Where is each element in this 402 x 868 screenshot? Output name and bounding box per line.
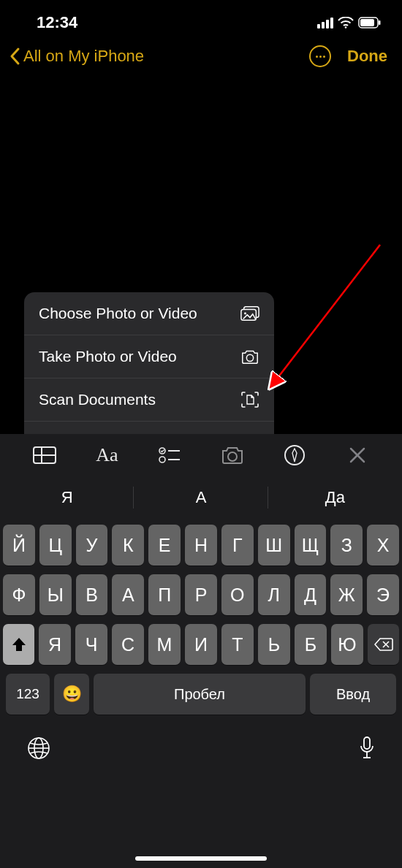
svg-point-16 <box>159 457 165 462</box>
key[interactable]: Л <box>258 574 290 615</box>
key[interactable]: У <box>76 525 108 566</box>
dictation-key[interactable] <box>358 736 376 764</box>
key[interactable]: Й <box>3 525 35 566</box>
chevron-left-icon <box>9 47 22 66</box>
ellipsis-icon <box>316 56 318 58</box>
key[interactable]: Щ <box>295 525 327 566</box>
camera-icon <box>221 446 244 465</box>
keyboard: Я А Да Й Ц У К Е Н Г Ш Щ З Х Ф Ы В А П Р… <box>0 476 402 868</box>
key[interactable]: Ы <box>39 574 72 615</box>
key[interactable]: Ц <box>39 525 72 566</box>
svg-rect-28 <box>364 737 370 749</box>
key[interactable]: Ж <box>330 574 363 615</box>
svg-line-11 <box>270 245 380 387</box>
menu-item-label: Take Photo or Video <box>39 348 177 365</box>
close-toolbar[interactable] <box>343 441 372 470</box>
suggestion[interactable]: Я <box>0 476 134 519</box>
menu-item-take-photo[interactable]: Take Photo or Video <box>24 335 274 378</box>
checklist-icon <box>159 446 181 464</box>
svg-rect-3 <box>379 20 381 25</box>
globe-icon <box>26 736 51 761</box>
key[interactable]: Э <box>367 574 399 615</box>
key-row-1: Й Ц У К Е Н Г Ш Щ З Х <box>3 525 399 566</box>
key[interactable]: И <box>185 624 217 665</box>
key[interactable]: Ь <box>258 624 290 665</box>
key[interactable]: С <box>112 624 144 665</box>
key[interactable]: П <box>148 574 181 615</box>
menu-item-label: Scan Documents <box>39 391 156 408</box>
more-button[interactable] <box>309 45 331 67</box>
key[interactable]: Ч <box>75 624 107 665</box>
keyboard-footer <box>0 715 402 776</box>
backspace-key[interactable] <box>368 624 399 665</box>
key[interactable]: З <box>330 525 363 566</box>
menu-item-scan-documents[interactable]: Scan Documents <box>24 378 274 422</box>
numbers-key[interactable]: 123 <box>6 674 50 715</box>
microphone-icon <box>358 736 376 761</box>
checklist-tool[interactable] <box>155 441 184 470</box>
key[interactable]: О <box>221 574 254 615</box>
key[interactable]: Д <box>295 574 327 615</box>
key[interactable]: Р <box>185 574 217 615</box>
suggestion-bar: Я А Да <box>0 476 402 519</box>
svg-point-0 <box>345 26 347 28</box>
key[interactable]: Ф <box>3 574 35 615</box>
menu-item-label: Choose Photo or Video <box>39 305 197 322</box>
key-row-3: Я Ч С М И Т Ь Б Ю <box>3 624 399 665</box>
status-icons <box>317 17 382 28</box>
cellular-signal-icon <box>317 17 333 28</box>
key[interactable]: Г <box>221 525 254 566</box>
suggestion[interactable]: Да <box>268 476 402 519</box>
svg-rect-2 <box>360 19 374 26</box>
markup-tool[interactable] <box>280 441 309 470</box>
svg-point-6 <box>244 313 246 315</box>
space-key[interactable]: Пробел <box>94 674 306 715</box>
table-tool[interactable] <box>30 441 59 470</box>
status-time: 12:34 <box>37 13 77 32</box>
globe-key[interactable] <box>26 736 51 764</box>
key[interactable]: В <box>76 574 108 615</box>
key[interactable]: М <box>148 624 181 665</box>
scan-document-icon <box>240 392 259 408</box>
key-row-bottom: 123 😀 Пробел Ввод <box>3 674 399 715</box>
svg-point-15 <box>159 448 165 454</box>
key-row-2: Ф Ы В А П Р О Л Д Ж Э <box>3 574 399 615</box>
key[interactable]: Б <box>295 624 327 665</box>
emoji-icon: 😀 <box>62 685 82 704</box>
status-bar: 12:34 <box>0 0 402 41</box>
key[interactable]: Я <box>39 624 71 665</box>
shift-key[interactable] <box>3 624 34 665</box>
back-button[interactable]: All on My iPhone <box>9 47 144 66</box>
shift-icon <box>11 636 27 652</box>
home-indicator[interactable] <box>135 856 267 861</box>
svg-point-7 <box>246 354 253 361</box>
menu-item-choose-photo[interactable]: Choose Photo or Video <box>24 292 274 335</box>
wifi-icon <box>338 17 354 28</box>
table-icon <box>33 446 56 464</box>
key[interactable]: Ю <box>331 624 363 665</box>
annotation-arrow <box>263 241 387 395</box>
notes-toolbar: Aa <box>0 434 402 476</box>
pen-circle-icon <box>284 444 306 466</box>
svg-point-19 <box>228 452 237 461</box>
key[interactable]: Х <box>367 525 399 566</box>
text-format-icon: Aa <box>96 444 118 466</box>
key[interactable]: Т <box>221 624 254 665</box>
key[interactable]: К <box>112 525 144 566</box>
format-tool[interactable]: Aa <box>92 441 121 470</box>
nav-bar: All on My iPhone Done <box>0 41 402 75</box>
key[interactable]: Е <box>148 525 181 566</box>
gallery-icon <box>240 305 259 321</box>
key[interactable]: А <box>112 574 144 615</box>
done-button[interactable]: Done <box>347 47 387 66</box>
return-key[interactable]: Ввод <box>310 674 396 715</box>
battery-icon <box>358 17 382 28</box>
emoji-key[interactable]: 😀 <box>54 674 89 715</box>
close-icon <box>349 446 366 464</box>
key[interactable]: Н <box>185 525 217 566</box>
back-label: All on My iPhone <box>23 47 144 66</box>
camera-tool[interactable] <box>218 441 247 470</box>
key[interactable]: Ш <box>258 525 290 566</box>
suggestion[interactable]: А <box>134 476 268 519</box>
camera-icon <box>240 349 259 365</box>
